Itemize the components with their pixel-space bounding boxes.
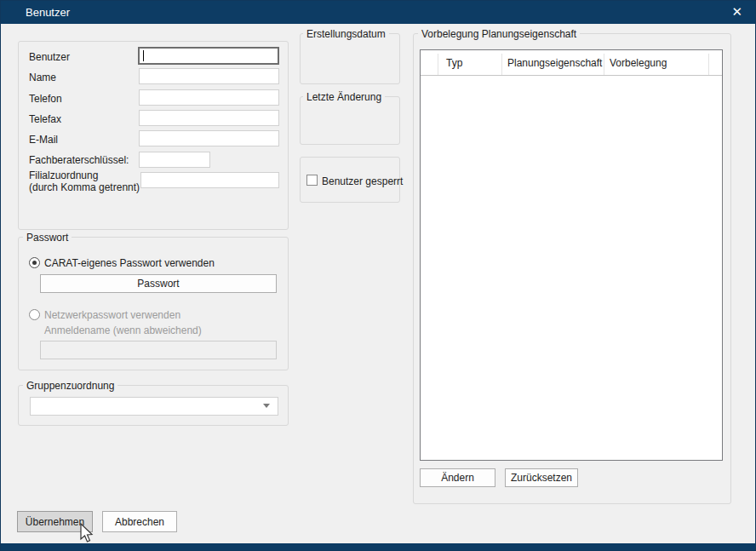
benutzer-dialog: Benutzer ✕ Benutzer Name Telefon Telefax…	[0, 0, 756, 551]
benutzer-gesperrt-label: Benutzer gesperrt	[322, 175, 403, 187]
benutzer-label: Benutzer	[29, 51, 70, 63]
gruppenzuordnung-select[interactable]	[30, 397, 278, 416]
text-caret	[143, 50, 144, 61]
column-header-planungseigenschaft[interactable]: Planungseigenschaft	[507, 57, 602, 69]
email-label: E-Mail	[29, 134, 58, 146]
netzwerkpasswort-radio-label: Netzwerkpasswort verwenden	[44, 309, 180, 321]
anmeldename-label: Anmeldename (wenn abweichend)	[44, 324, 202, 336]
aendern-button-label: Ändern	[441, 472, 474, 484]
telefon-label: Telefon	[29, 93, 62, 105]
netzwerkpasswort-radio[interactable]	[29, 309, 40, 320]
header-separator	[604, 54, 604, 75]
filialzuordnung-label-line2: (durch Komma getrennt)	[29, 181, 140, 193]
filialzuordnung-input[interactable]	[140, 172, 279, 188]
carat-passwort-radio-label: CARAT-eigenes Passwort verwenden	[44, 257, 215, 269]
column-header-vorbelegung[interactable]: Vorbelegung	[610, 57, 667, 69]
erstellungsdatum-groupbox	[300, 33, 400, 84]
telefax-input[interactable]	[139, 110, 279, 126]
letzte-aenderung-group-title: Letzte Änderung	[303, 91, 385, 103]
header-separator	[438, 54, 438, 75]
vorbelegung-group-title: Vorbelegung Planungseigenschaft	[418, 28, 580, 40]
carat-passwort-radio[interactable]	[29, 257, 40, 268]
passwort-button-label: Passwort	[137, 278, 179, 290]
close-icon[interactable]: ✕	[731, 4, 742, 20]
zuruecksetzen-button-label: Zurücksetzen	[511, 472, 572, 484]
titlebar[interactable]: Benutzer ✕	[1, 1, 755, 24]
gruppenzuordnung-group-title: Gruppenzuordnung	[23, 380, 117, 392]
column-header-typ[interactable]: Typ	[446, 57, 462, 69]
zuruecksetzen-button[interactable]: Zurücksetzen	[505, 468, 578, 487]
letzte-aenderung-groupbox	[300, 96, 400, 145]
filialzuordnung-label-line1: Filialzuordnung	[29, 169, 98, 181]
fachberaterschluessel-label: Fachberaterschlüssel:	[29, 154, 129, 166]
window-title: Benutzer	[26, 6, 70, 19]
telefax-label: Telefax	[29, 113, 61, 125]
benutzer-gesperrt-checkbox[interactable]	[306, 175, 318, 186]
planungseigenschaft-table[interactable]: Typ Planungseigenschaft Vorbelegung	[420, 49, 723, 461]
uebernehmen-button[interactable]: Übernehmen	[17, 511, 93, 532]
chevron-down-icon	[263, 404, 270, 408]
telefon-input[interactable]	[139, 89, 279, 106]
uebernehmen-button-label: Übernehmen	[26, 516, 84, 528]
abbrechen-button-label: Abbrechen	[115, 516, 164, 528]
abbrechen-button[interactable]: Abbrechen	[102, 511, 177, 532]
email-input[interactable]	[139, 130, 279, 146]
bottom-border-bar	[1, 543, 755, 550]
name-input[interactable]	[139, 68, 279, 84]
passwort-button[interactable]: Passwort	[40, 274, 277, 293]
passwort-group-title: Passwort	[23, 232, 72, 244]
erstellungsdatum-group-title: Erstellungsdatum	[303, 28, 389, 40]
fachberaterschluessel-input[interactable]	[139, 152, 210, 168]
aendern-button[interactable]: Ändern	[420, 468, 495, 487]
header-bottom-border	[421, 75, 722, 76]
anmeldename-input[interactable]	[40, 341, 277, 359]
name-label: Name	[29, 72, 56, 83]
header-separator	[501, 54, 502, 75]
benutzer-input[interactable]	[138, 47, 279, 65]
header-separator	[708, 54, 709, 75]
